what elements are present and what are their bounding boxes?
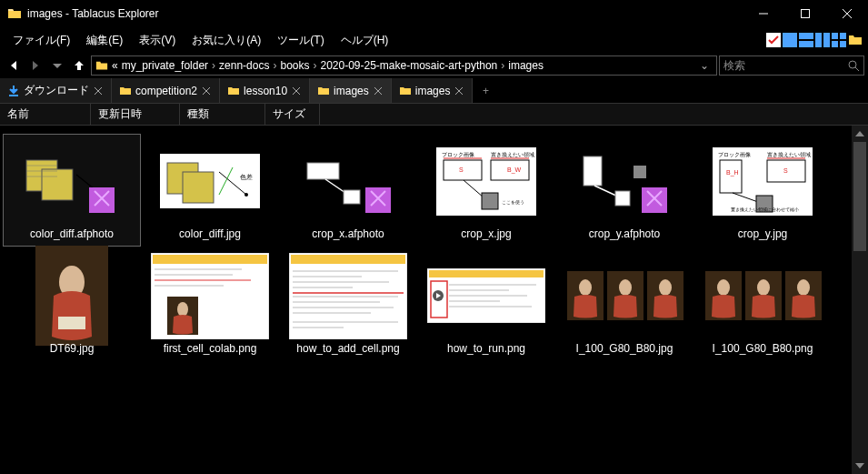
maximize-button[interactable] <box>784 0 826 27</box>
svg-rect-25 <box>344 190 360 204</box>
tab-close-icon[interactable] <box>93 86 104 96</box>
layout-quad-icon[interactable] <box>832 33 846 47</box>
menu-help[interactable]: ヘルプ(H) <box>334 29 396 52</box>
svg-text:置き換えたい領域に合わせて縮小: 置き換えたい領域に合わせて縮小 <box>731 207 799 212</box>
tab-lesson10[interactable]: lesson10 <box>220 78 310 103</box>
layout-single-icon[interactable] <box>783 33 797 47</box>
tab-competition2[interactable]: competition2 <box>112 78 220 103</box>
file-item[interactable]: I_100_G80_B80.jpg <box>556 249 693 360</box>
column-size[interactable]: サイズ <box>265 104 320 125</box>
title-bar: images - Tablacus Explorer <box>0 0 868 27</box>
svg-text:色差: 色差 <box>240 174 253 180</box>
svg-rect-41 <box>642 187 667 213</box>
scroll-up-icon[interactable] <box>852 126 868 142</box>
path-dropdown[interactable]: ⌄ <box>696 59 713 72</box>
tab-bar: ダウンロード competition2 lesson10 images imag… <box>0 78 868 104</box>
chevron-right-icon: › <box>313 59 316 72</box>
menu-view[interactable]: 表示(V) <box>132 29 183 52</box>
download-icon <box>7 85 20 97</box>
tab-close-icon[interactable] <box>454 86 464 96</box>
file-item[interactable]: how_to_run.png <box>418 249 554 360</box>
menu-bar: ファイル(F) 編集(E) 表示(V) お気に入り(A) ツール(T) ヘルプ(… <box>0 27 868 53</box>
scrollbar-track[interactable] <box>852 142 868 458</box>
svg-rect-40 <box>634 166 646 178</box>
file-name: crop_x.jpg <box>461 227 511 240</box>
tab-close-icon[interactable] <box>201 86 212 96</box>
breadcrumb-item[interactable]: my_private_folder <box>122 59 208 72</box>
tab-downloads[interactable]: ダウンロード <box>0 78 112 103</box>
history-dropdown[interactable] <box>47 55 67 76</box>
file-name: how_to_run.png <box>447 342 525 355</box>
chevron-right-icon: › <box>212 59 215 72</box>
app-icon <box>7 6 22 21</box>
layout-check-icon[interactable] <box>766 33 781 47</box>
thumbnail: 色差 <box>151 140 269 222</box>
back-button[interactable] <box>4 55 24 76</box>
tab-images-active[interactable]: images <box>310 78 392 103</box>
column-date[interactable]: 更新日時 <box>91 104 180 125</box>
file-item[interactable]: ブロック画像 置き換えたい領域 B_H S 置き換えたい領域に合わせて縮小 cr… <box>694 135 831 246</box>
breadcrumb-item[interactable]: 2020-09-25-make-mosaic-art-python <box>320 59 497 72</box>
tab-close-icon[interactable] <box>373 86 384 96</box>
tab-close-icon[interactable] <box>291 86 302 96</box>
forward-button[interactable] <box>25 55 45 76</box>
svg-point-86 <box>579 279 592 296</box>
menu-edit[interactable]: 編集(E) <box>79 29 130 52</box>
file-area: color_diff.afphoto 色差 color_diff.jpg <box>0 126 868 474</box>
layout-split-v-icon[interactable] <box>815 33 830 47</box>
search-placeholder: 検索 <box>723 58 843 74</box>
menu-file[interactable]: ファイル(F) <box>5 29 77 52</box>
menu-tools[interactable]: ツール(T) <box>270 29 331 52</box>
file-item[interactable]: crop_x.afphoto <box>280 135 416 246</box>
scrollbar[interactable] <box>852 126 868 474</box>
thumbnail <box>565 140 683 222</box>
breadcrumb-bar[interactable]: « my_private_folder › zenn-docs › books … <box>91 55 717 76</box>
nav-row: « my_private_folder › zenn-docs › books … <box>0 53 868 78</box>
file-item[interactable]: 色差 color_diff.jpg <box>142 135 278 246</box>
column-name[interactable]: 名前 <box>0 104 91 125</box>
chevron-right-icon: › <box>273 59 276 72</box>
svg-point-88 <box>619 279 632 296</box>
tab-label: images <box>334 85 369 97</box>
breadcrumb-item[interactable]: zenn-docs <box>219 59 269 72</box>
tab-images-2[interactable]: images <box>392 78 474 103</box>
explorer-icon[interactable] <box>848 33 863 47</box>
chevron-right-icon: › <box>501 59 504 72</box>
file-item[interactable]: how_to_add_cell.png <box>280 249 416 360</box>
breadcrumb-item[interactable]: images <box>508 59 544 72</box>
svg-text:S: S <box>459 166 464 173</box>
thumbnail <box>13 140 131 222</box>
search-icon[interactable] <box>847 59 860 72</box>
layout-split-h-icon[interactable] <box>799 33 813 47</box>
file-item[interactable]: ブロック画像 置き換えたい領域 S B_W ここを使う crop_x.jpg <box>418 135 554 246</box>
column-type[interactable]: 種類 <box>180 104 265 125</box>
file-name: color_diff.afphoto <box>30 227 114 240</box>
window-title: images - Tablacus Explorer <box>27 7 743 20</box>
menu-favorites[interactable]: お気に入り(A) <box>185 29 268 52</box>
minimize-button[interactable] <box>743 0 784 27</box>
file-item[interactable]: DT69.jpg <box>4 249 140 360</box>
file-item[interactable]: first_cell_colab.png <box>142 249 278 360</box>
thumbnail <box>13 255 131 337</box>
new-tab-button[interactable]: + <box>473 78 498 103</box>
search-box[interactable]: 検索 <box>719 55 864 76</box>
file-item[interactable]: I_100_G80_B80.png <box>694 249 831 360</box>
file-item[interactable]: crop_y.afphoto <box>556 135 693 246</box>
scroll-down-icon[interactable] <box>852 458 868 474</box>
svg-rect-0 <box>802 10 810 18</box>
file-name: color_diff.jpg <box>179 227 241 240</box>
svg-rect-13 <box>42 169 73 200</box>
thumbnail: ブロック画像 置き換えたい領域 B_H S 置き換えたい領域に合わせて縮小 <box>703 140 822 222</box>
file-name: crop_x.afphoto <box>312 227 384 240</box>
svg-rect-21 <box>183 172 214 203</box>
up-button[interactable] <box>69 55 89 76</box>
scrollbar-thumb[interactable] <box>853 142 866 251</box>
close-button[interactable] <box>826 0 868 27</box>
file-grid[interactable]: color_diff.afphoto 色差 color_diff.jpg <box>0 126 852 474</box>
svg-text:S: S <box>783 167 788 174</box>
breadcrumb-item[interactable]: books <box>280 59 309 72</box>
svg-text:置き換えたい領域: 置き換えたい領域 <box>767 152 811 158</box>
svg-rect-3 <box>799 33 813 39</box>
file-item[interactable]: color_diff.afphoto <box>4 135 140 246</box>
svg-rect-36 <box>482 193 498 209</box>
